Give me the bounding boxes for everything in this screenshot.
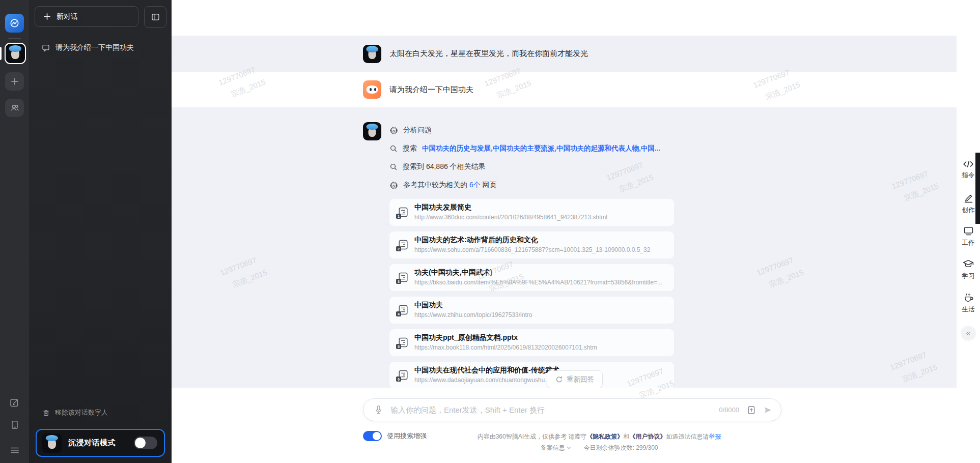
search-query-links[interactable]: 中国功夫的历史与发展,中国功夫的主要流派,中国功夫的起源和代表人物,中国...	[422, 144, 660, 153]
svg-text:AI: AI	[393, 129, 396, 132]
result-title: 功夫(中国功夫,中国武术)	[414, 268, 492, 277]
tab-life[interactable]: 生活	[957, 292, 980, 314]
document-icon: 4	[398, 304, 409, 315]
search-enhance-toggle[interactable]	[363, 431, 382, 441]
menu-button[interactable]	[9, 445, 20, 455]
web-result-card[interactable]: 6 中国功夫在现代社会中的应用和价值-传统武术 https://www.dada…	[389, 362, 674, 388]
coffee-icon	[957, 292, 980, 303]
regenerate-label: 重新回答	[567, 375, 594, 384]
history-item-label: 请为我介绍一下中国功夫	[55, 43, 134, 52]
upload-file-icon[interactable]	[747, 406, 756, 415]
reference-prefix: 参考其中较为相关的	[403, 181, 469, 189]
remove-digital-human-button[interactable]: 移除该对话数字人	[35, 407, 166, 419]
message-input[interactable]	[389, 405, 719, 415]
tab-label: 工作	[957, 239, 980, 247]
result-url: http://www.360doc.com/content/20/1026/08…	[414, 214, 607, 221]
notice-text: 和	[623, 433, 629, 440]
result-number-badge: 2	[396, 246, 401, 251]
result-title: 中国功夫在现代社会中的应用和价值-传统武术	[414, 366, 559, 375]
document-icon: 5	[398, 337, 409, 348]
result-title: 中国功夫	[414, 301, 443, 310]
result-url: https://max.book118.com/html/2025/0619/8…	[414, 344, 597, 351]
svg-text:AI: AI	[393, 184, 396, 187]
result-title: 中国功夫的艺术:动作背后的历史和文化	[414, 236, 538, 245]
feedback-button[interactable]	[9, 397, 20, 408]
analysis-step: AI 分析问题	[389, 126, 949, 135]
document-icon: 2	[398, 239, 409, 250]
rail-divider	[8, 38, 21, 39]
new-chat-button[interactable]: 新对话	[35, 6, 138, 27]
result-url: https://www.dadaojiayuan.com/chuantongwu…	[414, 377, 550, 384]
columns-icon	[151, 13, 160, 21]
beian-dropdown[interactable]: 备案信息	[540, 444, 571, 451]
search-enhance-row: 使用搜索增强	[363, 431, 427, 441]
collapse-rail-button[interactable]: «	[961, 326, 976, 341]
result-url: https://www.sohu.com/a/716600836_1216758…	[414, 246, 650, 253]
document-icon: 3	[398, 272, 409, 283]
immersive-label: 沉浸对话模式	[68, 438, 116, 448]
double-chevron-left-icon: «	[966, 329, 971, 338]
app-logo[interactable]	[5, 14, 24, 33]
selected-indicator	[0, 47, 2, 60]
mobile-app-button[interactable]	[9, 419, 20, 430]
search-label: 搜索	[403, 144, 417, 153]
report-link[interactable]: 举报	[709, 433, 721, 440]
footer-notice: 内容由360智脑AI生成，仅供参考 请遵守《隐私政策》和《用户协议》如遇违法信息…	[457, 433, 742, 451]
tab-study[interactable]: 学习	[957, 259, 980, 280]
immersive-mode-card[interactable]: 沉浸对话模式	[36, 429, 165, 457]
web-result-card[interactable]: 5 中国功夫ppt_原创精品文档.pptx https://max.book11…	[389, 329, 674, 356]
monitor-icon	[957, 226, 980, 236]
history-item[interactable]: 请为我介绍一下中国功夫	[35, 41, 166, 55]
analysis-step-label: 分析问题	[403, 126, 432, 135]
ai-response-row: AI 分析问题 搜索 中国功夫的历史与发展,中国功夫的主要流派,中国功夫的起源和…	[172, 107, 957, 388]
web-result-card[interactable]: 2 中国功夫的艺术:动作背后的历史和文化 https://www.sohu.co…	[389, 232, 674, 258]
web-results-list: 1 中国功夫发展简史 http://www.360doc.com/content…	[389, 199, 674, 388]
reference-line: AI 参考其中较为相关的 6个 网页	[389, 181, 949, 190]
notice-text: 如遇违法信息请	[666, 433, 709, 440]
user-avatar	[363, 45, 381, 63]
tab-work[interactable]: 工作	[957, 226, 980, 247]
notice-text: 内容由360智脑AI生成，仅供参考 请遵守	[478, 433, 587, 440]
search-icon	[389, 163, 398, 171]
regenerate-button[interactable]: 重新回答	[547, 370, 603, 388]
ai-chip-icon: AI	[389, 126, 398, 135]
tab-label: 学习	[957, 272, 980, 280]
compose-icon	[9, 397, 20, 408]
graduation-cap-icon	[957, 259, 980, 269]
chevron-down-icon	[567, 446, 571, 449]
result-number-badge: 3	[396, 279, 401, 284]
user-message-text: 太阳在白天发光，星星在夜里发光，而我在你面前才能发光	[389, 49, 588, 59]
tab-label: 生活	[957, 305, 980, 314]
reference-count-link[interactable]: 6个	[469, 181, 481, 189]
send-icon[interactable]	[763, 406, 772, 415]
right-rail: 指令 创作 工作 学习 生活 «	[957, 0, 980, 463]
web-result-card[interactable]: 4 中国功夫 https://www.zhihu.com/topic/19627…	[389, 297, 674, 324]
phone-icon	[10, 420, 20, 430]
privacy-policy-link[interactable]: 《隐私政策》	[586, 433, 623, 440]
web-result-card[interactable]: 3 功夫(中国功夫,中国武术) https://bkso.baidu.com/i…	[389, 264, 674, 291]
digital-human-avatar-button[interactable]	[5, 43, 26, 64]
add-digital-human-button[interactable]	[5, 72, 24, 91]
ai-avatar	[363, 122, 381, 140]
left-rail	[0, 0, 29, 463]
digital-human-gallery-button[interactable]	[5, 99, 24, 117]
chat-bubble-icon	[42, 44, 50, 52]
immersive-mode-toggle[interactable]	[134, 437, 157, 449]
scrollbar-thumb[interactable]	[975, 153, 980, 224]
search-query-line: 搜索 中国功夫的历史与发展,中国功夫的主要流派,中国功夫的起源和代表人物,中国.…	[389, 144, 949, 153]
beian-label: 备案信息	[540, 444, 565, 451]
bot-avatar	[363, 80, 381, 99]
collapse-sidebar-button[interactable]	[144, 6, 166, 28]
result-url: https://bkso.baidu.com/item/%E5%8A%9F%E5…	[414, 279, 662, 286]
search-results-line: 搜索到 64,886 个相关结果	[389, 162, 949, 171]
microphone-icon[interactable]	[374, 405, 383, 415]
quota-text: 今日剩余体验次数: 299/300	[583, 444, 658, 451]
result-title: 中国功夫发展简史	[414, 203, 471, 212]
result-url: https://www.zhihu.com/topic/19627533/int…	[414, 311, 532, 319]
web-result-card[interactable]: 1 中国功夫发展简史 http://www.360doc.com/content…	[389, 199, 674, 226]
plus-icon	[11, 77, 19, 85]
immersive-avatar	[42, 433, 62, 453]
new-chat-label: 新对话	[57, 12, 78, 21]
bot-message-row: 请为我介绍一下中国功夫	[172, 72, 957, 107]
user-agreement-link[interactable]: 《用户协议》	[629, 433, 666, 440]
